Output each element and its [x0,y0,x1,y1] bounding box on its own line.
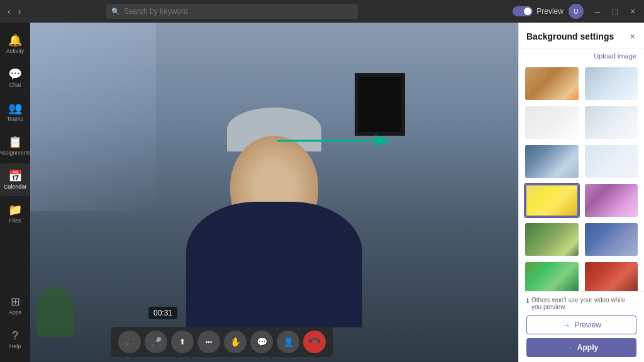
end-call-icon: 📞 [307,334,321,349]
bg-thumb-3[interactable] [524,105,580,140]
sidebar-item-label: Teams [7,116,24,122]
background-settings-panel: Background settings × Upload image [518,23,644,362]
bg-thumb-9[interactable] [524,222,580,257]
bg-image-10 [585,223,638,256]
person-body [186,202,362,327]
minimize-button[interactable]: – [591,5,604,18]
bg-thumb-8[interactable] [584,183,640,218]
bg-thumb-2[interactable] [584,66,640,101]
preview-note: ℹ Others won't see your video while you … [526,297,636,310]
bg-image-12 [585,262,638,291]
participants-icon: 👤 [283,337,294,347]
camera-icon: 🎥 [125,337,135,347]
sidebar: 🔔 Activity 💬 Chat 👥 Teams 📋 Assignments … [0,23,30,362]
raise-hand-icon: ✋ [230,337,241,347]
nav-arrows: ‹ › [5,5,23,18]
camera-button[interactable]: 🎥 [118,331,141,353]
window-controls: – □ × [591,5,639,18]
preview-note-text: Others won't see your video while you pr… [531,297,636,310]
call-timer: 00:31 [148,307,177,319]
bg-image-5 [525,145,579,178]
preview-toggle-area: Preview [513,6,564,16]
preview-button-label: Preview [574,321,601,329]
preview-toggle[interactable] [513,6,533,16]
sidebar-item-label: Activity [6,48,25,54]
panel-title: Background settings [526,31,614,41]
bg-thumb-4[interactable] [584,105,640,140]
top-bar: ‹ › 🔍 Preview U – □ × [0,0,644,23]
picture-frame [355,73,405,136]
user-avatar[interactable]: U [569,4,584,19]
share-button[interactable]: ⬆ [171,331,194,353]
sidebar-item-apps[interactable]: ⊞ Apps [0,289,30,322]
forward-button[interactable]: › [16,5,24,18]
sidebar-item-label: Help [9,343,21,349]
preview-button[interactable]: → Preview [526,315,636,334]
bg-image-7 [525,184,579,217]
help-icon: ? [12,330,18,341]
apply-arrow-icon: → [565,343,574,353]
more-icon: ••• [206,339,213,346]
bg-thumb-1[interactable] [524,66,580,101]
end-call-button[interactable]: 📞 [303,331,326,353]
mic-button[interactable]: 🎤 [145,331,167,353]
sidebar-item-label: Assignments [0,150,31,156]
bg-thumb-12[interactable] [584,261,640,291]
chat-ctrl-icon: 💬 [257,337,267,347]
upload-image-button[interactable]: Upload image [519,48,644,63]
back-button[interactable]: ‹ [5,5,13,18]
bg-thumb-5[interactable] [524,144,580,179]
bg-image-8 [585,184,638,217]
sidebar-item-calendar[interactable]: 📅 Calendar [0,163,30,196]
panel-header: Background settings × [519,23,644,48]
bg-thumb-7[interactable] [524,183,580,218]
window-close-button[interactable]: × [626,5,639,18]
maximize-button[interactable]: □ [609,5,621,18]
preview-label: Preview [536,7,564,16]
sidebar-item-teams[interactable]: 👥 Teams [0,96,30,128]
participants-button[interactable]: 👤 [277,331,299,353]
sidebar-item-label: Calendar [4,184,27,190]
bg-image-9 [525,223,579,256]
search-input[interactable] [124,7,353,16]
sidebar-item-chat[interactable]: 💬 Chat [0,62,30,94]
background-grid [519,63,644,291]
files-icon: 📁 [8,204,22,216]
chat-icon: 💬 [8,69,22,80]
raise-hand-button[interactable]: ✋ [224,331,247,353]
sidebar-item-assignments[interactable]: 📋 Assignments [0,129,30,162]
video-background [30,23,518,362]
main-video-area: 00:31 🎥 🎤 ⬆ ••• ✋ 💬 👤 📞 [30,23,518,362]
call-controls-bar: 🎥 🎤 ⬆ ••• ✋ 💬 👤 📞 [111,327,333,357]
sidebar-item-files[interactable]: 📁 Files [0,197,30,230]
preview-arrow-icon: → [562,320,570,330]
apps-icon: ⊞ [11,296,20,307]
chat-button[interactable]: 💬 [250,331,273,353]
search-bar: 🔍 [106,4,358,19]
search-icon: 🔍 [111,8,120,16]
assignments-icon: 📋 [8,136,22,148]
sidebar-item-help[interactable]: ? Help [0,323,30,356]
panel-footer: ℹ Others won't see your video while you … [519,291,644,362]
bg-image-4 [585,106,638,139]
sidebar-item-label: Files [9,217,21,224]
bg-image-1 [525,67,579,100]
share-icon: ⬆ [179,337,186,346]
calendar-icon: 📅 [8,170,22,182]
bg-image-6 [585,145,638,178]
apply-button-label: Apply [577,343,598,352]
sidebar-item-activity[interactable]: 🔔 Activity [0,28,30,60]
bg-thumb-10[interactable] [584,222,640,257]
arrow-overlay [274,128,400,156]
bg-thumb-6[interactable] [584,144,640,179]
activity-icon: 🔔 [8,35,22,46]
bg-thumb-11[interactable] [524,261,580,291]
apply-button[interactable]: → Apply [526,338,636,357]
bg-image-2 [585,67,638,100]
panel-close-button[interactable]: × [629,30,636,43]
sidebar-item-label: Apps [9,309,22,315]
more-button[interactable]: ••• [197,331,220,353]
plant [36,287,74,337]
bg-image-11 [525,262,579,291]
window-light [30,23,156,211]
